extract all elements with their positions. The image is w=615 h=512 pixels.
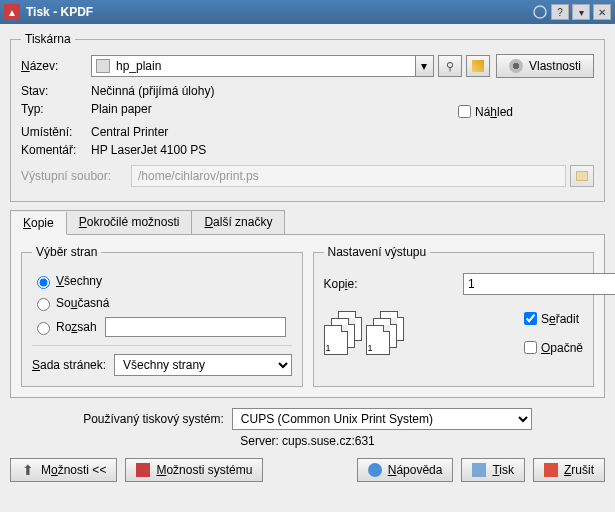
- cancel-label: Zrušit: [564, 463, 594, 477]
- copies-input[interactable]: [463, 273, 615, 295]
- print-system-row: Používaný tiskový systém: CUPS (Common U…: [10, 408, 605, 430]
- reverse-checkbox[interactable]: [524, 341, 537, 354]
- brand-swirl-icon: [532, 4, 548, 20]
- options-label: Možnosti <<: [41, 463, 106, 477]
- arrow-up-icon: ⬆: [21, 463, 35, 477]
- help-label: Nápověda: [388, 463, 443, 477]
- pin-icon: ⚲: [446, 60, 454, 73]
- gear-icon: [509, 59, 523, 73]
- collate-graphic: 321 321: [324, 311, 404, 355]
- output-settings-group: Nastavení výstupu Kopie: ▲ ▼ 321 321 Seř…: [313, 245, 595, 387]
- type-label: Typ:: [21, 102, 91, 121]
- cancel-icon: [544, 463, 558, 477]
- radio-current-label: Současná: [56, 296, 109, 310]
- system-options-label: Možnosti systému: [156, 463, 252, 477]
- wizard-button[interactable]: [466, 55, 490, 77]
- reverse-label: Opačně: [541, 341, 583, 355]
- server-value: cups.suse.cz:631: [282, 434, 375, 448]
- preview-checkbox-row: Náhled: [454, 102, 594, 121]
- location-value: Central Printer: [91, 125, 454, 139]
- svg-point-0: [534, 6, 546, 18]
- help-titlebar-button[interactable]: ?: [551, 4, 569, 20]
- browse-button: [570, 165, 594, 187]
- options-button[interactable]: ⬆Možnosti <<: [10, 458, 117, 482]
- print-system-label: Používaný tiskový systém:: [83, 412, 224, 426]
- print-label: Tisk: [492, 463, 514, 477]
- comment-label: Komentář:: [21, 143, 91, 157]
- close-button[interactable]: ✕: [593, 4, 611, 20]
- config-icon: [136, 463, 150, 477]
- page-selection-legend: Výběr stran: [32, 245, 101, 259]
- printer-name-value: hp_plain: [116, 59, 161, 73]
- radio-range[interactable]: [37, 322, 50, 335]
- radio-all[interactable]: [37, 276, 50, 289]
- server-row: Server: cups.suse.cz:631: [10, 434, 605, 448]
- system-options-button[interactable]: Možnosti systému: [125, 458, 263, 482]
- output-file-path: /home/cihlarov/print.ps: [131, 165, 566, 187]
- type-value: Plain paper: [91, 102, 454, 121]
- printer-icon: [96, 59, 110, 73]
- preview-label: Náhled: [475, 105, 513, 119]
- printer-action-icon: [472, 463, 486, 477]
- radio-current[interactable]: [37, 298, 50, 311]
- pageset-label: Sada stránek:: [32, 358, 106, 372]
- pin-button[interactable]: ⚲: [438, 55, 462, 77]
- titlebar[interactable]: ▲ Tisk - KPDF ? ▾ ✕: [0, 0, 615, 24]
- window-title: Tisk - KPDF: [26, 5, 528, 19]
- properties-button[interactable]: Vlastnosti: [496, 54, 594, 78]
- name-label: Název:: [21, 59, 91, 73]
- output-settings-legend: Nastavení výstupu: [324, 245, 431, 259]
- print-system-select[interactable]: CUPS (Common Unix Print System): [232, 408, 532, 430]
- comment-value: HP LaserJet 4100 PS: [91, 143, 454, 157]
- printer-legend: Tiskárna: [21, 32, 75, 46]
- properties-label: Vlastnosti: [529, 59, 581, 73]
- app-icon: ▲: [4, 4, 20, 20]
- copies-spinner: ▲ ▼: [463, 273, 583, 295]
- folder-icon: [576, 171, 588, 181]
- help-button[interactable]: Nápověda: [357, 458, 454, 482]
- pageset-select[interactable]: Všechny strany: [114, 354, 291, 376]
- radio-all-label: Všechny: [56, 274, 102, 288]
- preview-checkbox[interactable]: [458, 105, 471, 118]
- bottom-button-bar: ⬆Možnosti << Možnosti systému Nápověda T…: [10, 458, 605, 482]
- location-label: Umístění:: [21, 125, 91, 139]
- output-file-label: Výstupní soubor:: [21, 169, 131, 183]
- collate-label: Seřadit: [541, 312, 579, 326]
- collate-checkbox[interactable]: [524, 312, 537, 325]
- range-input[interactable]: [105, 317, 286, 337]
- tab-panel-copies: Výběr stran Všechny Současná Rozsah Sada…: [10, 234, 605, 398]
- help-icon: [368, 463, 382, 477]
- printer-select[interactable]: hp_plain: [91, 55, 416, 77]
- tab-advanced[interactable]: Pokročilé možnosti: [67, 211, 193, 234]
- server-label: Server:: [240, 434, 279, 448]
- radio-range-label: Rozsah: [56, 320, 97, 334]
- tab-strip: Kopie Pokročilé možnosti Další značky: [10, 210, 285, 234]
- printer-group: Tiskárna Název: hp_plain ▾ ⚲ Vlastnosti …: [10, 32, 605, 202]
- state-label: Stav:: [21, 84, 91, 98]
- wand-icon: [472, 60, 484, 72]
- copies-label: Kopie:: [324, 277, 382, 291]
- cancel-button[interactable]: Zrušit: [533, 458, 605, 482]
- page-selection-group: Výběr stran Všechny Současná Rozsah Sada…: [21, 245, 303, 387]
- minimize-button[interactable]: ▾: [572, 4, 590, 20]
- tab-copies[interactable]: Kopie: [11, 212, 67, 235]
- printer-dropdown-button[interactable]: ▾: [416, 55, 434, 77]
- print-button[interactable]: Tisk: [461, 458, 525, 482]
- state-value: Nečinná (přijímá úlohy): [91, 84, 454, 98]
- tab-marks[interactable]: Další značky: [192, 211, 284, 234]
